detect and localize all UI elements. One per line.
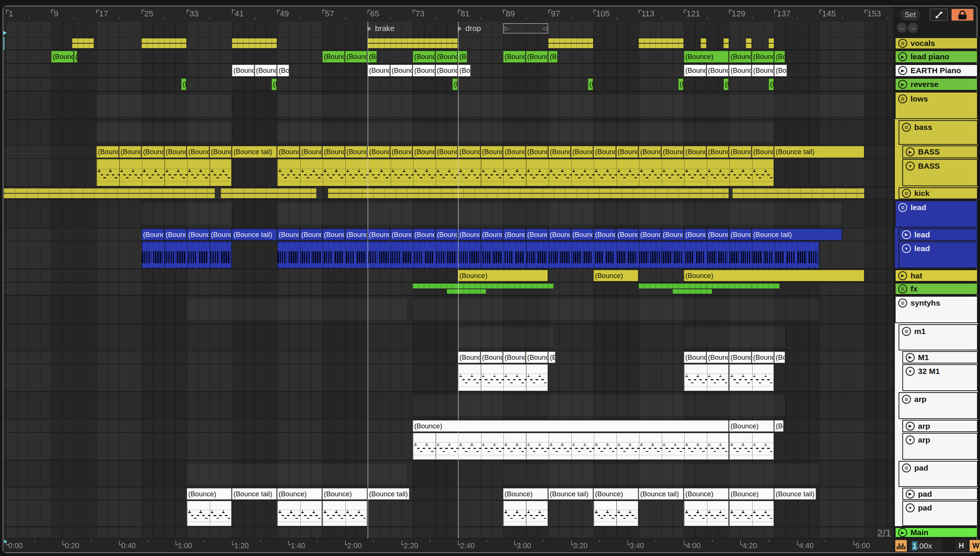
waveform-icon [897, 543, 905, 549]
group-fold-icon[interactable]: ≡ [898, 203, 907, 212]
group-fold-icon[interactable]: ≡ [902, 395, 911, 404]
take-lane-icon[interactable]: ▼ [902, 244, 911, 253]
playhead-icon [4, 540, 7, 543]
track-name: pad [918, 490, 932, 499]
track-name: M1 [918, 353, 929, 362]
track-header-bass[interactable]: ▶BASS [902, 145, 978, 158]
play-icon[interactable]: ▶ [898, 528, 907, 537]
play-icon[interactable]: ▶ [905, 353, 915, 362]
lock-button[interactable] [951, 8, 974, 21]
track-header-lead-piano[interactable]: ▶lead piano [895, 50, 978, 63]
track-name: pad [918, 503, 932, 512]
track-header-pad[interactable]: ▶pad [902, 488, 978, 500]
track-name: arp [914, 395, 927, 404]
take-lane-icon[interactable]: ▼ [905, 503, 915, 512]
track-name: reverse [910, 80, 938, 89]
group-fold-icon[interactable]: ≡ [898, 284, 907, 293]
group-fold-icon[interactable]: ≡ [898, 39, 907, 48]
track-header-reverse[interactable]: ▶reverse [895, 78, 978, 91]
track-header-32-m1[interactable]: ▼32 M1 [902, 364, 978, 391]
track-header-bass[interactable]: ≡bass [899, 120, 978, 145]
track-name: Main [910, 528, 928, 537]
play-icon[interactable]: ▶ [902, 230, 911, 239]
track-name: m1 [914, 327, 925, 336]
track-name: lows [910, 94, 928, 103]
speed-rest: .00x [917, 541, 932, 550]
track-name: lead [914, 230, 930, 239]
play-icon[interactable]: ▶ [898, 66, 907, 75]
track-header-hat[interactable]: ▶hat [895, 270, 978, 282]
track-name: pad [914, 464, 928, 472]
track-name: syntyhs [910, 299, 940, 307]
nav-back-button[interactable]: ← [897, 23, 907, 33]
track-name: 32 M1 [918, 367, 940, 376]
group-fold-icon[interactable]: ≡ [902, 464, 911, 472]
play-icon[interactable]: ▶ [898, 52, 907, 61]
track-header-arp[interactable]: ▼arp [902, 433, 978, 460]
track-header-vocals[interactable]: ≡vocals [895, 37, 978, 49]
play-icon[interactable]: ▶ [905, 422, 915, 431]
track-name: arp [918, 435, 930, 444]
arrangement-view: 1917253341495765738189971051131211291371… [0, 0, 980, 556]
link-icon [935, 10, 943, 19]
track-header-bass[interactable]: ▼BASS [902, 159, 978, 186]
play-icon[interactable]: ▶ [898, 271, 907, 280]
group-fold-icon[interactable]: ≡ [902, 189, 911, 198]
track-header-fx[interactable]: ≡fx [895, 283, 978, 295]
track-header-lead[interactable]: ▼lead [899, 241, 978, 268]
track-header-kick[interactable]: ≡kick [899, 187, 978, 199]
track-name: kick [914, 189, 930, 198]
track-name: arp [918, 422, 930, 431]
group-fold-icon[interactable]: ≡ [898, 94, 907, 103]
draw-link-button[interactable] [930, 8, 948, 21]
track-name: lead piano [910, 52, 949, 61]
track-header-arp[interactable]: ▶arp [902, 420, 978, 432]
track-header-lead[interactable]: ≡lead [895, 200, 978, 228]
track-header-m1[interactable]: ≡m1 [899, 324, 978, 351]
arrow-right-icon: → [910, 24, 916, 32]
set-locator-button[interactable]: Set [900, 9, 920, 21]
locator-line [368, 22, 368, 538]
play-icon[interactable]: ▶ [905, 490, 915, 499]
track-name: BASS [918, 147, 940, 156]
speed-selected-digit: 1 [912, 541, 917, 550]
track-header-main[interactable]: ▶Main [895, 527, 978, 538]
track-header-lows[interactable]: ≡lows [895, 92, 978, 119]
width-zoom-button[interactable]: W [970, 540, 980, 551]
track-name: lead [910, 203, 926, 212]
track-header-arp[interactable]: ≡arp [899, 392, 978, 419]
audition-waveform-button[interactable] [895, 540, 907, 551]
track-name: bass [914, 123, 932, 132]
take-lane-icon[interactable]: ▼ [905, 162, 915, 171]
playback-speed-field[interactable]: 1.00x [909, 540, 942, 551]
track-header-pad[interactable]: ≡pad [899, 461, 978, 487]
track-name: fx [910, 284, 918, 293]
group-fold-icon[interactable]: ≡ [902, 123, 911, 132]
track-name: hat [910, 271, 922, 280]
take-lane-icon[interactable]: ▼ [905, 367, 915, 376]
locator-line [458, 22, 458, 538]
track-header-pad[interactable]: ▼pad [902, 501, 978, 526]
insert-marker-line [4, 37, 5, 50]
track-header-m1[interactable]: ▶M1 [902, 351, 978, 364]
track-header-syntyhs[interactable]: ≡syntyhs [895, 296, 978, 323]
group-fold-icon[interactable]: ≡ [902, 327, 911, 336]
height-zoom-button[interactable]: H [955, 540, 968, 551]
lock-icon [958, 10, 967, 19]
track-name: lead [914, 244, 930, 253]
insert-marker-icon[interactable] [3, 31, 7, 35]
time-signature-readout: 2/1 [859, 528, 891, 538]
nav-forward-button[interactable]: → [908, 23, 918, 33]
take-lane-icon[interactable]: ▼ [905, 435, 915, 444]
track-header-lead[interactable]: ▶lead [899, 228, 978, 241]
play-icon[interactable]: ▶ [898, 80, 907, 89]
track-name: EARTH Piano [910, 66, 961, 75]
track-header-earth-piano[interactable]: ▶EARTH Piano [895, 64, 978, 77]
arrow-left-icon: ← [899, 24, 905, 32]
group-fold-icon[interactable]: ≡ [898, 299, 907, 307]
play-icon[interactable]: ▶ [905, 147, 915, 156]
track-name: BASS [918, 162, 940, 171]
track-name: vocals [910, 39, 935, 48]
track-header-panel: ≡vocals▶lead piano▶EARTH Piano▶reverse≡l… [0, 0, 980, 556]
